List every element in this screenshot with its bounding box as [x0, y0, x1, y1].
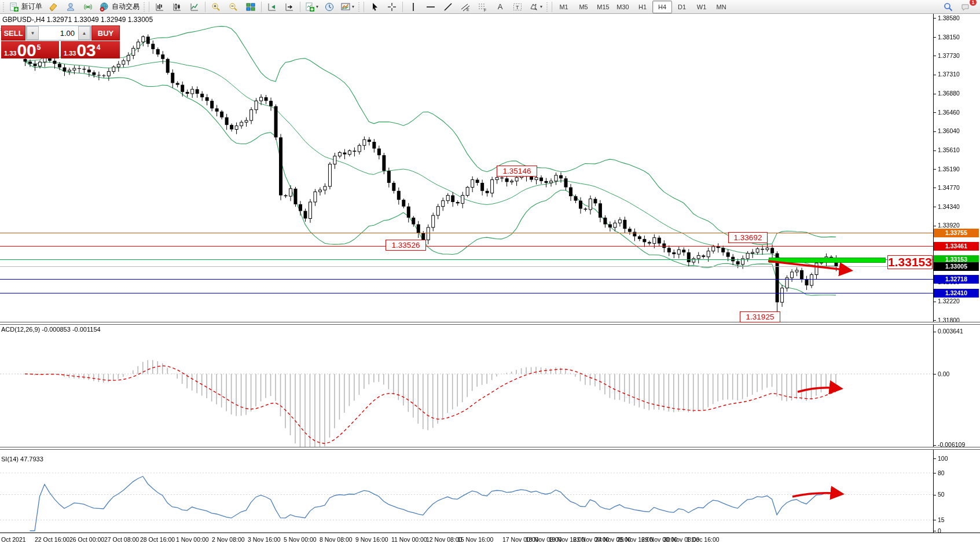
tile-windows-button[interactable] [242, 1, 259, 13]
vertical-line-tool-button[interactable] [405, 1, 422, 13]
horizontal-level-line[interactable] [0, 246, 933, 247]
time-axis-label[interactable]: 1 Nov 00:00 [176, 536, 209, 543]
price-axis-tick-label[interactable]: 1.33920 [938, 222, 960, 229]
signals-button[interactable] [79, 1, 97, 13]
periods-button[interactable] [321, 1, 338, 13]
highlighted-trendline[interactable] [769, 258, 886, 263]
timeframe-m5-button[interactable]: M5 [574, 1, 593, 13]
crosshair-tool-button[interactable] [383, 1, 401, 13]
timeframe-h4-button[interactable]: H4 [652, 1, 672, 13]
equidistant-channel-tool-button[interactable]: E [457, 1, 474, 13]
time-axis-label[interactable]: 8 Nov 08:00 [320, 536, 353, 543]
time-axis-label[interactable]: 27 Oct 08:00 [104, 536, 139, 543]
price-flag-1-31925[interactable]: 1.31925 [740, 311, 780, 322]
time-axis-label[interactable]: 22 Oct 16:00 [35, 536, 69, 543]
price-axis-tick-label[interactable]: 1.35610 [938, 146, 960, 153]
zoom-out-button[interactable] [225, 1, 242, 13]
price-flag-1-33153[interactable]: 1.33153 [887, 255, 933, 269]
timeframe-h1-button[interactable]: H1 [633, 1, 652, 13]
one-click-trading-panel: SELL ▼ ▲ BUY 1.33 00 5 1.33 03 4 [1, 25, 120, 58]
price-axis-tick-label[interactable]: 1.34770 [938, 184, 960, 191]
buy-price-display[interactable]: 1.33 03 4 [61, 41, 120, 58]
horizontal-level-line[interactable] [0, 279, 933, 280]
price-axis-tick-label[interactable]: 1.37730 [938, 52, 960, 59]
price-axis-tick-label[interactable]: 1.34340 [938, 203, 960, 210]
candlestick-chart-type-button[interactable] [168, 1, 186, 13]
text-tool-button[interactable]: A [491, 1, 509, 13]
timeframe-d1-button[interactable]: D1 [672, 1, 692, 13]
auto-trading-button[interactable]: 自动交易 [97, 1, 142, 13]
macd-panel-separator[interactable] [0, 322, 980, 325]
horizontal-level-line[interactable] [0, 266, 933, 267]
notebook-icon [48, 2, 58, 12]
price-axis-tick-label[interactable]: 1.37310 [938, 71, 960, 78]
auto-scroll-button[interactable] [263, 1, 281, 13]
price-axis-tick-mark [933, 188, 936, 188]
sell-button[interactable]: SELL [1, 25, 25, 41]
horizontal-level-line[interactable] [0, 293, 933, 293]
community-button[interactable] [62, 1, 79, 13]
toolbar-grip[interactable] [546, 2, 549, 12]
timeframe-m30-button[interactable]: M30 [613, 1, 633, 13]
volume-increase-button[interactable]: ▲ [78, 26, 90, 40]
macd-axis-tick-label[interactable]: 0.003641 [938, 328, 963, 335]
time-axis-label[interactable]: Oct 2021 [1, 536, 26, 543]
price-axis-tick-label[interactable]: 1.38150 [938, 34, 960, 41]
search-button[interactable] [939, 1, 957, 13]
price-chart-canvas[interactable] [0, 0, 980, 547]
time-axis-label[interactable]: 5 Nov 00:00 [284, 536, 317, 543]
toolbar-grip[interactable] [2, 2, 5, 12]
notifications-button[interactable]: 1 [957, 1, 974, 13]
price-flag-1-35146[interactable]: 1.35146 [497, 166, 537, 177]
economic-calendar-button[interactable] [45, 1, 62, 13]
macd-axis-tick-label[interactable]: 0.00 [938, 370, 949, 377]
price-flag-1-33526[interactable]: 1.33526 [386, 240, 426, 251]
time-axis-label[interactable]: 3 Nov 16:00 [248, 536, 281, 543]
horizontal-line-tool-button[interactable] [422, 1, 439, 13]
rsi-axis-tick-label[interactable]: 50 [938, 491, 945, 498]
timeframe-mn-button[interactable]: MN [711, 1, 731, 13]
rsi-axis-tick-label[interactable]: 80 [938, 469, 945, 476]
bar-chart-type-button[interactable] [151, 1, 168, 13]
auto-trading-icon [99, 2, 109, 12]
buy-button[interactable]: BUY [91, 25, 120, 41]
zoom-in-button[interactable] [207, 1, 225, 13]
time-axis-label[interactable]: 15 Nov 16:00 [457, 536, 493, 543]
timeframe-m1-button[interactable]: M1 [554, 1, 574, 13]
time-axis-label[interactable]: 9 Nov 16:00 [355, 536, 388, 543]
new-order-button[interactable]: 新订单 [6, 1, 45, 13]
toolbar-grip[interactable] [143, 2, 146, 12]
timeframe-w1-button[interactable]: W1 [692, 1, 711, 13]
price-axis-tick-label[interactable]: 1.38580 [938, 14, 960, 21]
time-axis-label[interactable]: 2 Nov 08:00 [212, 536, 245, 543]
price-axis-tick-label[interactable]: 1.36460 [938, 109, 960, 116]
line-chart-type-button[interactable] [186, 1, 203, 13]
time-axis-label[interactable]: 11 Nov 00:00 [391, 536, 427, 543]
arrows-tool-button[interactable]: ▾ [526, 1, 545, 13]
fibonacci-tool-button[interactable]: F [474, 1, 491, 13]
volume-decrease-button[interactable]: ▼ [27, 26, 39, 40]
price-flag-1-33692[interactable]: 1.33692 [728, 232, 768, 243]
label-tool-button[interactable]: T [509, 1, 526, 13]
rsi-panel-separator[interactable] [0, 447, 980, 450]
time-axis-label[interactable]: 1 Dec 16:00 [687, 536, 720, 543]
timeframe-m15-button[interactable]: M15 [593, 1, 613, 13]
sell-price-display[interactable]: 1.33 00 5 [1, 41, 59, 58]
channel-letter: E [467, 8, 469, 12]
price-axis-tick-label[interactable]: 1.36880 [938, 90, 960, 97]
toolbar-grip[interactable] [358, 2, 361, 12]
price-axis-tick-label[interactable]: 1.32220 [938, 298, 960, 304]
cursor-tool-button[interactable] [366, 1, 383, 13]
trendline-tool-button[interactable] [439, 1, 457, 13]
chart-shift-button[interactable] [281, 1, 298, 13]
rsi-axis-tick-label[interactable]: 100 [938, 455, 948, 462]
indicators-button[interactable]: ▾ [302, 1, 321, 13]
time-axis-label[interactable]: 26 Oct 00:00 [69, 536, 104, 543]
price-axis-tick-label[interactable]: 1.35190 [938, 166, 960, 172]
price-axis-tick-label[interactable]: 1.36040 [938, 127, 960, 134]
templates-button[interactable]: ▾ [338, 1, 357, 13]
rsi-axis-tick-label[interactable]: 15 [938, 516, 945, 523]
horizontal-level-line[interactable] [0, 233, 933, 233]
volume-input[interactable] [39, 26, 78, 40]
time-axis-label[interactable]: 28 Oct 16:00 [140, 536, 175, 543]
